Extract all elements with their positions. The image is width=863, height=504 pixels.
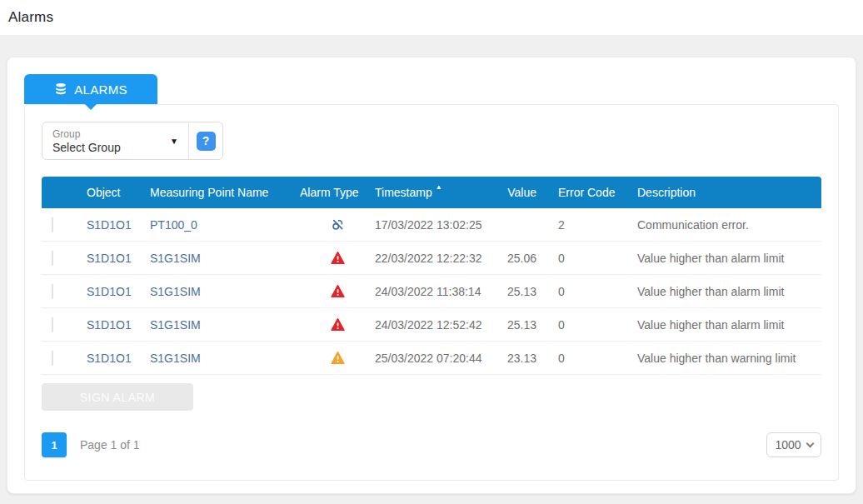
description-cell: Value higher than warning limit [637, 352, 821, 365]
table-body: S1D1O1PT100_017/03/2022 13:02:252Communi… [42, 208, 821, 375]
column-header-value[interactable]: Value [501, 186, 541, 199]
sign-alarm-button[interactable]: SIGN ALARM [42, 383, 193, 411]
object-link[interactable]: S1D1O1 [78, 318, 150, 332]
page-summary: Page 1 of 1 [80, 438, 140, 452]
error-code-cell: 0 [541, 352, 637, 365]
timestamp-cell: 24/03/2022 12:52:42 [375, 318, 501, 332]
caret-down-icon: ▼ [170, 137, 178, 146]
value-cell: 25.06 [501, 252, 541, 265]
measuring-point-link[interactable]: S1G1SIM [150, 285, 300, 298]
row-checkbox[interactable] [52, 284, 53, 299]
table-row: S1D1O1S1G1SIM24/03/2022 12:52:4225.130Va… [42, 308, 821, 342]
description-cell: Value higher than alarm limit [637, 318, 821, 332]
column-header-measuring-point[interactable]: Measuring Point Name [150, 186, 300, 199]
group-selected-value: Select Group [52, 141, 121, 154]
page-background: ALARMS Group Select Group ▼ ? [0, 35, 863, 504]
row-checkbox-cell [42, 351, 78, 366]
tab-pointer [84, 103, 97, 110]
tab-alarms[interactable]: ALARMS [24, 74, 157, 104]
row-checkbox-cell [42, 317, 78, 332]
error-code-cell: 2 [541, 218, 637, 232]
timestamp-cell: 24/03/2022 11:38:14 [375, 285, 501, 298]
column-header-object[interactable]: Object [78, 186, 150, 199]
page-size-select[interactable]: 1000 [766, 432, 821, 457]
tab-alarms-label: ALARMS [74, 82, 127, 97]
measuring-point-link[interactable]: S1G1SIM [150, 252, 300, 265]
timestamp-cell: 25/03/2022 07:20:44 [375, 352, 501, 365]
table-row: S1D1O1S1G1SIM22/03/2022 12:22:3225.060Va… [42, 242, 821, 275]
table-row: S1D1O1S1G1SIM24/03/2022 11:38:1425.130Va… [42, 275, 821, 308]
group-select[interactable]: Group Select Group ▼ [42, 122, 188, 159]
object-link[interactable]: S1D1O1 [78, 285, 150, 298]
help-icon: ? [197, 132, 216, 151]
pagination: 1 Page 1 of 1 1000 [42, 432, 821, 457]
error-code-cell: 0 [541, 252, 637, 265]
page-1-button[interactable]: 1 [42, 432, 67, 457]
timestamp-cell: 17/03/2022 13:02:25 [375, 218, 501, 232]
alarm-icon [300, 318, 375, 331]
chevron-down-icon [806, 439, 814, 447]
row-checkbox[interactable] [52, 317, 53, 332]
measuring-point-link[interactable]: S1G1SIM [150, 352, 300, 365]
database-icon [54, 82, 67, 96]
alarms-table: Object Measuring Point Name Alarm Type T… [42, 177, 821, 375]
table-row: S1D1O1S1G1SIM25/03/2022 07:20:4423.130Va… [42, 342, 821, 375]
value-cell: 25.13 [501, 318, 541, 332]
description-cell: Value higher than alarm limit [637, 285, 821, 298]
table-row: S1D1O1PT100_017/03/2022 13:02:252Communi… [42, 208, 821, 242]
error-code-cell: 0 [541, 318, 637, 332]
column-header-timestamp[interactable]: Timestamp▲ [375, 186, 501, 199]
sort-ascending-icon: ▲ [436, 186, 442, 191]
alarm-icon [300, 252, 375, 264]
table-header-row: Object Measuring Point Name Alarm Type T… [42, 177, 821, 208]
error-code-cell: 0 [541, 285, 637, 298]
group-label: Group [52, 128, 121, 140]
alarms-panel: Group Select Group ▼ ? Obje [24, 104, 839, 481]
page-title: Alarms [8, 9, 53, 26]
row-checkbox-cell [42, 284, 78, 299]
page-size-value: 1000 [775, 438, 801, 452]
object-link[interactable]: S1D1O1 [78, 352, 150, 365]
column-header-description[interactable]: Description [637, 186, 821, 199]
object-link[interactable]: S1D1O1 [78, 252, 150, 265]
object-link[interactable]: S1D1O1 [78, 218, 150, 232]
measuring-point-link[interactable]: S1G1SIM [150, 318, 300, 332]
measuring-point-link[interactable]: PT100_0 [150, 218, 300, 232]
row-checkbox[interactable] [52, 251, 53, 266]
warning-icon [300, 352, 375, 364]
row-checkbox[interactable] [52, 217, 53, 232]
column-header-alarm-type[interactable]: Alarm Type [300, 186, 375, 199]
row-checkbox[interactable] [52, 351, 53, 366]
row-checkbox-cell [42, 217, 78, 232]
timestamp-cell: 22/03/2022 12:22:32 [375, 252, 501, 265]
row-checkbox-cell [42, 251, 78, 266]
description-cell: Communication error. [637, 218, 821, 232]
group-filter: Group Select Group ▼ ? [42, 122, 223, 160]
top-bar: Alarms [0, 0, 863, 35]
column-header-error-code[interactable]: Error Code [541, 186, 637, 199]
description-cell: Value higher than alarm limit [637, 252, 821, 265]
value-cell: 25.13 [501, 285, 541, 298]
group-help-button[interactable]: ? [189, 122, 222, 159]
value-cell: 23.13 [501, 352, 541, 365]
communication-error-icon [300, 217, 375, 232]
alarm-icon [300, 285, 375, 297]
alarms-card: ALARMS Group Select Group ▼ ? [7, 57, 856, 494]
